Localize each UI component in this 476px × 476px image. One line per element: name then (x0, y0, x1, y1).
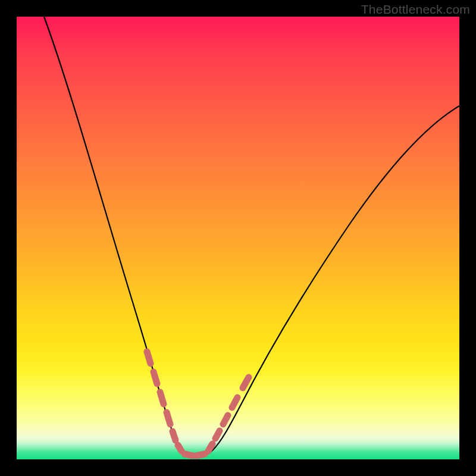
marker-trough (184, 454, 205, 456)
svg-line-9 (215, 431, 220, 439)
svg-line-1 (154, 372, 157, 384)
svg-line-2 (160, 392, 164, 404)
svg-line-6 (184, 454, 193, 456)
bottleneck-curve (44, 17, 459, 456)
svg-line-3 (167, 412, 170, 424)
svg-line-12 (243, 377, 249, 388)
svg-line-11 (232, 397, 237, 408)
chart-frame: TheBottleneck.com (0, 0, 476, 476)
marker-cluster-right (208, 377, 249, 451)
svg-line-0 (147, 352, 151, 364)
watermark-text: TheBottleneck.com (361, 2, 470, 17)
svg-line-7 (196, 454, 205, 456)
svg-line-5 (178, 445, 181, 451)
svg-line-4 (173, 431, 176, 440)
svg-line-10 (223, 415, 228, 424)
svg-line-8 (208, 444, 212, 451)
plot-area (17, 17, 459, 459)
chart-svg (17, 17, 459, 459)
